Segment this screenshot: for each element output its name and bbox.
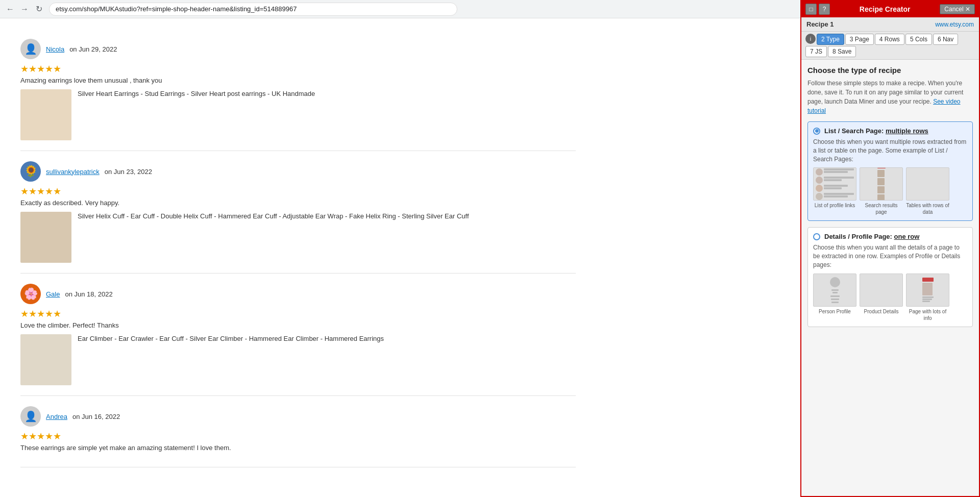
- reviewer-header: 👤 Andrea on Jun 16, 2022: [20, 406, 576, 427]
- option2-header: Details / Profile Page: one row: [813, 233, 967, 240]
- preview-table-label: Tables with rows of data: [906, 202, 949, 215]
- panel-body: Choose the type of recipe Follow these s…: [801, 60, 979, 496]
- product-thumb-inner: [20, 212, 71, 263]
- product-title: Ear Climber - Ear Crawler - Ear Cuff - S…: [78, 334, 384, 343]
- product-thumbnail: [20, 89, 71, 140]
- preview-person-thumb: [813, 274, 856, 307]
- panel-subheader: Recipe 1 www.etsy.com: [801, 17, 979, 32]
- review-date: on Jun 18, 2022: [65, 290, 112, 298]
- option1-radio[interactable]: [813, 128, 820, 135]
- preview-list-thumb: [813, 167, 856, 201]
- review-item: 🌻 sullivankylepatrick on Jun 23, 2022 ★★…: [20, 151, 576, 274]
- avatar: 👤: [20, 406, 41, 427]
- product-row: Silver Helix Cuff - Ear Cuff - Double He…: [20, 212, 576, 263]
- preview-search-thumb: [860, 167, 903, 201]
- review-item: 👤 Nicola on Jun 29, 2022 ★★★★★ Amazing e…: [20, 29, 576, 151]
- tab-nav[interactable]: 6 Nav: [933, 34, 958, 45]
- product-thumb-inner: [20, 334, 71, 385]
- url-text: etsy.com/shop/MUKAstudio?ref=simple-shop…: [56, 5, 297, 13]
- preview-search-results: Search results page: [860, 167, 903, 215]
- product-row: Silver Heart Earrings - Stud Earrings - …: [20, 89, 576, 140]
- preview-lots-thumb: [906, 274, 949, 307]
- preview-search-label: Search results page: [860, 202, 903, 215]
- browser-nav: ← → ↻: [4, 3, 45, 15]
- option2-desc: Choose this when you want all the detail…: [813, 243, 967, 269]
- review-text: Exactly as described. Very happy.: [20, 199, 576, 207]
- product-title: Silver Helix Cuff - Ear Cuff - Double He…: [78, 212, 469, 221]
- mini-search-art: [876, 167, 887, 201]
- main-content: 👤 Nicola on Jun 29, 2022 ★★★★★ Amazing e…: [0, 18, 596, 497]
- option2-radio[interactable]: [813, 233, 820, 240]
- option1-title: List / Search Page: multiple rows: [824, 127, 928, 135]
- mini-table-art: [926, 174, 929, 194]
- review-text: These earrings are simple yet make an am…: [20, 444, 576, 452]
- option-details-profile[interactable]: Details / Profile Page: one row Choose t…: [807, 227, 973, 327]
- reviewer-name[interactable]: sullivankylepatrick: [46, 168, 100, 176]
- review-item: 👤 Andrea on Jun 16, 2022 ★★★★★ These ear…: [20, 396, 576, 467]
- option2-title-underline: one row: [894, 233, 920, 240]
- tab-cols[interactable]: 5 Cols: [905, 34, 932, 45]
- reviewer-name[interactable]: Nicola: [46, 45, 64, 53]
- tab-js[interactable]: 7 JS: [805, 46, 827, 57]
- option2-title: Details / Profile Page: one row: [824, 233, 919, 240]
- preview-lots-label: Page with lots of info: [906, 308, 949, 321]
- avatar: 👤: [20, 39, 41, 59]
- tab-type[interactable]: 2 Type: [817, 34, 844, 45]
- option2-previews: Person Profile Product Details: [813, 274, 967, 321]
- tab-info[interactable]: i: [805, 34, 816, 44]
- option1-previews: List of profile links Search results pag: [813, 167, 967, 215]
- star-rating: ★★★★★: [20, 63, 576, 74]
- recipe-panel: □ ? Recipe Creator Cancel ✕ Recipe 1 www…: [800, 0, 980, 497]
- preview-person-profile: Person Profile: [813, 274, 856, 321]
- address-bar[interactable]: etsy.com/shop/MUKAstudio?ref=simple-shop…: [49, 3, 457, 16]
- preview-table: Tables with rows of data: [906, 167, 949, 215]
- option1-header: List / Search Page: multiple rows: [813, 127, 967, 135]
- reviewer-header: 🌻 sullivankylepatrick on Jun 23, 2022: [20, 161, 576, 182]
- tab-page[interactable]: 3 Page: [845, 34, 874, 45]
- avatar-icon: 👤: [24, 410, 37, 423]
- preview-product-details: Product Details: [860, 274, 903, 321]
- tab-save[interactable]: 8 Save: [828, 46, 856, 57]
- reviewer-header: 🌸 Gale on Jun 18, 2022: [20, 284, 576, 304]
- section-title: Choose the type of recipe: [807, 66, 973, 74]
- preview-list-links: List of profile links: [813, 167, 856, 215]
- preview-table-thumb: [906, 167, 949, 201]
- etsy-link[interactable]: www.etsy.com: [935, 21, 974, 28]
- mini-lots-art: [921, 276, 935, 304]
- panel-tabs: i 2 Type 3 Page 4 Rows 5 Cols 6 Nav 7 JS…: [801, 32, 979, 60]
- avatar-icon: 👤: [24, 43, 37, 55]
- reviewer-header: 👤 Nicola on Jun 29, 2022: [20, 39, 576, 59]
- reviewer-name[interactable]: Gale: [46, 290, 60, 298]
- reviews-list: 👤 Nicola on Jun 29, 2022 ★★★★★ Amazing e…: [20, 29, 576, 467]
- star-rating: ★★★★★: [20, 186, 576, 197]
- mini-list-art: [814, 167, 856, 201]
- option-list-search[interactable]: List / Search Page: multiple rows Choose…: [807, 121, 973, 221]
- mini-product-art: [880, 277, 883, 304]
- tab-rows[interactable]: 4 Rows: [875, 34, 904, 45]
- product-title: Silver Heart Earrings - Stud Earrings - …: [78, 89, 315, 98]
- panel-title: Recipe Creator: [830, 5, 940, 13]
- mini-profile-art: [828, 275, 842, 305]
- panel-icon-button[interactable]: □: [805, 4, 817, 15]
- option1-title-underline: multiple rows: [886, 127, 928, 135]
- product-thumbnail: [20, 212, 71, 263]
- option1-title-text: List / Search Page:: [824, 127, 886, 135]
- review-date: on Jun 29, 2022: [69, 45, 117, 53]
- cancel-button[interactable]: Cancel ✕: [940, 4, 975, 14]
- review-text: Amazing earrings love them unusual , tha…: [20, 77, 576, 84]
- product-thumb-inner: [20, 89, 71, 140]
- star-rating: ★★★★★: [20, 431, 576, 442]
- review-date: on Jun 23, 2022: [105, 168, 152, 176]
- product-thumbnail: [20, 334, 71, 385]
- product-row: Ear Climber - Ear Crawler - Ear Cuff - S…: [20, 334, 576, 385]
- forward-button[interactable]: →: [18, 3, 31, 15]
- option1-desc: Choose this when you want multiple rows …: [813, 138, 967, 163]
- preview-product-thumb: [860, 274, 903, 307]
- reload-button[interactable]: ↻: [33, 3, 45, 15]
- option2-title-text: Details / Profile Page:: [824, 233, 894, 240]
- panel-help-button[interactable]: ?: [819, 4, 830, 15]
- star-rating: ★★★★★: [20, 308, 576, 319]
- reviewer-name[interactable]: Andrea: [46, 413, 67, 420]
- preview-person-label: Person Profile: [819, 308, 851, 315]
- back-button[interactable]: ←: [4, 3, 16, 15]
